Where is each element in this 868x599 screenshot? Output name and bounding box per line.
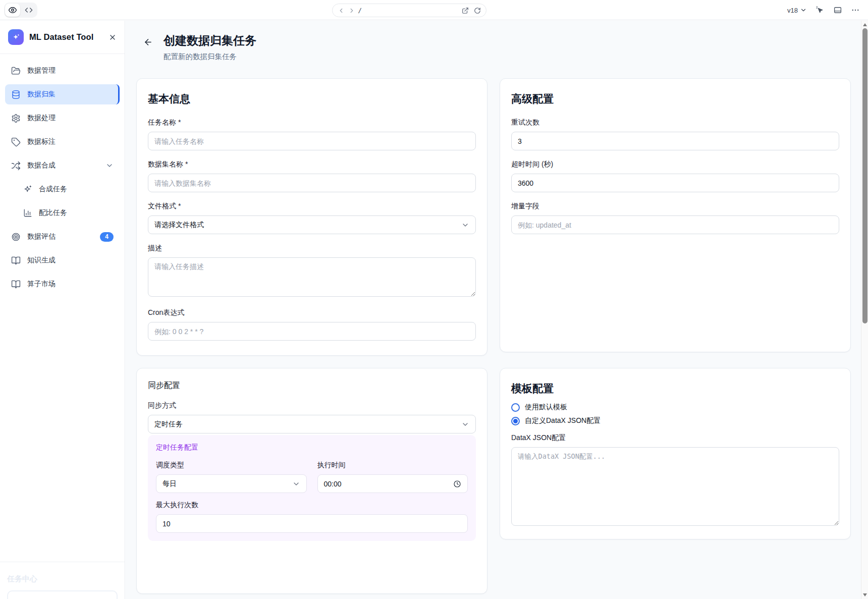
sidebar-item-knowledge-generation[interactable]: 知识生成 <box>5 250 120 270</box>
scrollbar-down-arrow[interactable] <box>863 593 867 596</box>
timeout-label: 超时时间 (秒) <box>511 160 839 169</box>
chevron-down-icon <box>105 161 114 170</box>
task-center-panel <box>7 590 118 599</box>
sidebar-nav: 数据管理 数据归集 数据处理 数据标注 数据合成 <box>0 54 125 301</box>
sidebar-item-label: 合成任务 <box>39 185 67 194</box>
sidebar-item-data-synthesis[interactable]: 数据合成 <box>5 155 120 176</box>
preview-mode-button[interactable] <box>5 4 20 17</box>
max-exec-field: 最大执行次数 <box>156 501 468 533</box>
sidebar-item-operator-market[interactable]: 算子市场 <box>5 274 120 294</box>
code-mode-button[interactable] <box>21 4 36 17</box>
version-selector[interactable]: v18 <box>787 7 807 14</box>
page-title: 创建数据归集任务 <box>164 33 256 48</box>
retry-count-input[interactable] <box>511 132 839 150</box>
more-menu-button[interactable] <box>851 6 860 15</box>
nav-back-icon[interactable] <box>338 7 345 14</box>
page-header: 创建数据归集任务 配置新的数据归集任务 <box>136 33 851 62</box>
page-scrollbar[interactable] <box>861 21 868 599</box>
app-title: ML Dataset Tool <box>29 32 103 42</box>
radio-unchecked-icon[interactable] <box>511 403 520 412</box>
template-config-card: 模板配置 使用默认模板 自定义DataX JSON配置 DataX JSON配置 <box>500 368 851 539</box>
file-format-label: 文件格式 * <box>148 202 476 211</box>
sync-mode-label: 同步方式 <box>148 401 476 410</box>
back-button[interactable] <box>143 37 153 47</box>
sidebar-item-label: 数据评估 <box>27 232 56 241</box>
version-label: v18 <box>787 7 798 14</box>
scrollbar-up-arrow[interactable] <box>863 23 867 26</box>
panel-toggle-button[interactable] <box>833 6 842 15</box>
folder-open-icon <box>11 66 21 76</box>
url-path: / <box>358 7 361 15</box>
layout-panel-icon <box>833 6 842 15</box>
schedule-grid: 调度类型 每日 执行时间 00:00 <box>156 461 468 493</box>
sidebar-item-label: 数据标注 <box>27 137 56 146</box>
advanced-config-card: 高级配置 重试次数 超时时间 (秒) 增量字段 <box>500 78 851 352</box>
datax-json-label: DataX JSON配置 <box>511 433 839 443</box>
code-icon <box>25 6 33 14</box>
description-textarea[interactable] <box>148 257 476 297</box>
exec-time-input[interactable]: 00:00 <box>317 474 468 493</box>
sidebar-item-ratio-task[interactable]: 配比任务 <box>17 203 120 223</box>
file-format-select[interactable]: 请选择文件格式 <box>148 215 476 234</box>
dataset-name-label: 数据集名称 * <box>148 160 476 169</box>
scheduled-task-panel-title: 定时任务配置 <box>156 443 468 452</box>
scrollbar-thumb[interactable] <box>862 28 867 323</box>
book-open-icon <box>11 280 21 289</box>
sidebar-item-data-collection[interactable]: 数据归集 <box>5 84 120 104</box>
sidebar-item-label: 数据归集 <box>27 90 56 99</box>
exec-time-field: 执行时间 00:00 <box>317 461 468 493</box>
sidebar-item-data-evaluation[interactable]: 数据评估 4 <box>5 227 120 247</box>
sync-config-title: 同步配置 <box>148 380 476 391</box>
view-mode-toggle <box>4 3 37 18</box>
sidebar-item-label: 数据处理 <box>27 114 56 123</box>
page-subtitle: 配置新的数据归集任务 <box>164 52 256 62</box>
sparkles-logo-icon <box>12 33 21 42</box>
cron-input[interactable] <box>148 322 476 341</box>
select-element-button[interactable] <box>816 6 825 15</box>
sync-mode-field: 同步方式 定时任务 <box>148 401 476 433</box>
refresh-icon[interactable] <box>474 7 481 14</box>
nav-forward-icon[interactable] <box>348 7 355 14</box>
sidebar-item-synthesis-task[interactable]: 合成任务 <box>17 179 120 199</box>
evaluation-count-badge: 4 <box>100 232 114 242</box>
dataset-name-input[interactable] <box>148 174 476 192</box>
sparkles-icon <box>23 185 32 194</box>
schedule-type-label: 调度类型 <box>156 461 307 470</box>
template-config-title: 模板配置 <box>511 382 839 396</box>
retry-count-label: 重试次数 <box>511 118 839 127</box>
custom-datax-label: 自定义DataX JSON配置 <box>525 416 601 425</box>
retry-count-field: 重试次数 <box>511 118 839 150</box>
custom-datax-option[interactable]: 自定义DataX JSON配置 <box>511 416 839 425</box>
sync-mode-select[interactable]: 定时任务 <box>148 415 476 433</box>
cron-field: Cron表达式 <box>148 308 476 341</box>
incremental-input[interactable] <box>511 215 839 234</box>
default-template-label: 使用默认模板 <box>525 403 567 412</box>
schedule-type-select[interactable]: 每日 <box>156 474 307 493</box>
description-label: 描述 <box>148 244 476 253</box>
task-name-input[interactable] <box>148 132 476 150</box>
basic-info-card: 基本信息 任务名称 * 数据集名称 * 文件格式 * 请选择文件格式 <box>136 78 487 356</box>
timeout-input[interactable] <box>511 174 839 192</box>
sidebar-close-button[interactable] <box>108 33 117 41</box>
sidebar-item-label: 配比任务 <box>39 208 67 217</box>
advanced-config-title: 高级配置 <box>511 92 839 106</box>
browser-toolbar: / v18 <box>0 0 868 20</box>
bar-chart-icon <box>23 208 32 217</box>
open-external-icon[interactable] <box>462 7 469 14</box>
chevron-down-icon <box>461 420 469 428</box>
dataset-name-field: 数据集名称 * <box>148 160 476 192</box>
default-template-option[interactable]: 使用默认模板 <box>511 403 839 412</box>
sidebar-item-data-management[interactable]: 数据管理 <box>5 61 120 81</box>
address-bar[interactable]: / <box>332 4 486 17</box>
arrow-left-icon <box>143 37 153 47</box>
max-exec-input[interactable] <box>156 514 468 533</box>
max-exec-label: 最大执行次数 <box>156 501 468 510</box>
sidebar-item-label: 数据管理 <box>27 66 56 75</box>
gear-icon <box>11 114 21 123</box>
sidebar-item-data-processing[interactable]: 数据处理 <box>5 108 120 128</box>
sidebar-item-label: 知识生成 <box>27 256 56 265</box>
sidebar-item-data-annotation[interactable]: 数据标注 <box>5 132 120 152</box>
task-name-field: 任务名称 * <box>148 118 476 150</box>
radio-checked-icon[interactable] <box>511 417 520 425</box>
datax-json-textarea[interactable] <box>511 447 839 526</box>
